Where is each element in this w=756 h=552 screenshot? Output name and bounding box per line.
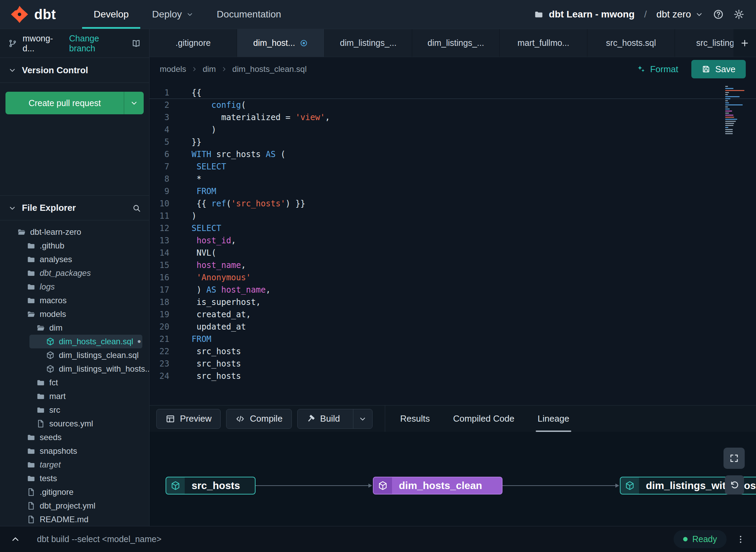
- tree-item-analyses[interactable]: analyses: [0, 253, 149, 266]
- code-text: SELECT: [180, 222, 221, 234]
- editor-tab-dim-listings[interactable]: dim_listings_...: [325, 29, 412, 57]
- nav-item-documentation[interactable]: Documentation: [205, 0, 293, 29]
- panel-tab-lineage[interactable]: Lineage: [526, 406, 581, 432]
- code-line[interactable]: 3 materialized = 'view',: [149, 111, 756, 124]
- code-line[interactable]: 4 ): [149, 124, 756, 136]
- code-line[interactable]: 11): [149, 210, 756, 222]
- tree-item-dbt-learn-zero[interactable]: dbt-learn-zero: [0, 225, 149, 239]
- tree-item-dim-listings-clean-sql[interactable]: dim_listings_clean.sql: [0, 348, 149, 362]
- editor-tab-gitignore[interactable]: .gitignore: [149, 29, 237, 57]
- fullscreen-button[interactable]: [724, 448, 745, 469]
- tree-item-sources-yml[interactable]: sources.yml: [0, 417, 149, 431]
- compile-button[interactable]: Compile: [226, 409, 291, 429]
- editor-tab-src-hosts-sql[interactable]: src_hosts.sql: [587, 29, 675, 57]
- docs-book-icon[interactable]: [131, 39, 141, 48]
- new-tab-button[interactable]: [733, 29, 756, 57]
- lineage-node-src-hosts[interactable]: src_hosts: [166, 477, 256, 495]
- code-line[interactable]: 7 SELECT: [149, 161, 756, 173]
- format-button[interactable]: Format: [636, 64, 678, 75]
- code-line[interactable]: 10 {{ ref('src_hosts') }}: [149, 197, 756, 210]
- tree-item-dbt-project-yml[interactable]: dbt_project.yml: [0, 499, 149, 513]
- panel-tab-results[interactable]: Results: [389, 406, 442, 432]
- editor-tab-dim-listings[interactable]: dim_listings_...: [412, 29, 500, 57]
- build-button[interactable]: Build: [297, 409, 373, 429]
- code-line[interactable]: 23 src_hosts: [149, 358, 756, 370]
- help-icon[interactable]: [713, 9, 724, 20]
- tree-item-fct[interactable]: fct: [0, 376, 149, 389]
- tree-item-dbt-packages[interactable]: dbt_packages: [0, 266, 149, 280]
- code-line[interactable]: 18 is_superhost,: [149, 296, 756, 308]
- code-line[interactable]: 1{{: [149, 87, 756, 99]
- preview-button[interactable]: Preview: [156, 409, 221, 429]
- cli-command[interactable]: dbt build --select <model_name>: [37, 534, 161, 544]
- tree-item-macros[interactable]: macros: [0, 294, 149, 307]
- nav-item-deploy[interactable]: Deploy: [140, 0, 205, 29]
- file-explorer-title: File Explorer: [22, 203, 76, 213]
- panel-tab-compiled-code[interactable]: Compiled Code: [441, 406, 526, 432]
- build-main-button[interactable]: Build: [298, 409, 348, 428]
- breadcrumb-segment[interactable]: dim: [203, 64, 216, 74]
- code-line[interactable]: 21FROM: [149, 333, 756, 345]
- brand[interactable]: dbt: [0, 5, 68, 24]
- code-line[interactable]: 2 config(: [149, 99, 756, 111]
- code-editor[interactable]: 1{{2 config(3 materialized = 'view',4 )5…: [149, 81, 756, 405]
- nav-menu: DevelopDeployDocumentation: [82, 0, 293, 29]
- code-line[interactable]: 8 *: [149, 173, 756, 185]
- environment-selector[interactable]: dbt zero: [656, 9, 703, 20]
- nav-item-develop[interactable]: Develop: [82, 0, 141, 29]
- code-line[interactable]: 6WITH src_hosts AS (: [149, 148, 756, 161]
- tree-item-dim[interactable]: dim: [0, 321, 149, 335]
- tree-item-gitignore[interactable]: .gitignore: [0, 485, 149, 499]
- code-line[interactable]: 19 created_at,: [149, 308, 756, 321]
- tree-item-readme-md[interactable]: README.md: [0, 513, 149, 526]
- breadcrumb: modelsdimdim_hosts_clean.sql: [160, 64, 307, 74]
- code-line[interactable]: 14 NVL(: [149, 247, 756, 259]
- reset-view-button[interactable]: [725, 475, 744, 495]
- tree-item-dim-hosts-clean-sql[interactable]: dim_hosts_clean.sql•: [29, 335, 142, 348]
- kebab-menu-icon[interactable]: [735, 534, 746, 544]
- chevron-up-icon[interactable]: [10, 534, 21, 544]
- breadcrumb-segment[interactable]: models: [160, 64, 186, 74]
- code-line[interactable]: 9 FROM: [149, 185, 756, 197]
- code-line[interactable]: 12SELECT: [149, 222, 756, 234]
- code-line[interactable]: 22 src_hosts: [149, 345, 756, 358]
- editor-tabbar: .gitignoredim_host...dim_listings_...dim…: [149, 29, 756, 57]
- tree-item-target[interactable]: target: [0, 458, 149, 472]
- create-pull-request-caret-button[interactable]: [124, 92, 144, 114]
- editor-tab-dim-host[interactable]: dim_host...: [237, 29, 325, 57]
- file-explorer-header[interactable]: File Explorer: [0, 195, 149, 220]
- tree-item-mart[interactable]: mart: [0, 389, 149, 403]
- code-line[interactable]: 16 'Anonymous': [149, 271, 756, 284]
- tree-item-models[interactable]: models: [0, 307, 149, 321]
- version-control-header[interactable]: Version Control: [0, 58, 149, 83]
- project-selector[interactable]: dbt Learn - mwong: [534, 9, 635, 20]
- code-line[interactable]: 20 updated_at: [149, 321, 756, 333]
- create-pull-request-button[interactable]: Create pull request: [5, 92, 144, 114]
- code-line[interactable]: 13 host_id,: [149, 234, 756, 247]
- code-line[interactable]: 5}}: [149, 136, 756, 148]
- save-button[interactable]: Save: [691, 60, 746, 78]
- code-line[interactable]: 17 ) AS host_name,: [149, 284, 756, 296]
- breadcrumb-segment[interactable]: dim_hosts_clean.sql: [232, 64, 307, 74]
- tree-item-dim-listings-with-hosts[interactable]: dim_listings_with_hosts...: [0, 362, 149, 376]
- lineage-node-dim-hosts-clean[interactable]: dim_hosts_clean: [373, 477, 503, 495]
- editor-tab-mart-fullmo[interactable]: mart_fullmo...: [500, 29, 587, 57]
- change-branch-link[interactable]: Change branch: [69, 34, 126, 53]
- code-line[interactable]: 24 src_hosts: [149, 370, 756, 382]
- create-pull-request-label[interactable]: Create pull request: [5, 92, 124, 114]
- code-line[interactable]: 15 host_name,: [149, 259, 756, 271]
- settings-gear-icon[interactable]: [733, 9, 744, 20]
- tree-item-seeds[interactable]: seeds: [0, 431, 149, 444]
- minimap[interactable]: [725, 86, 747, 134]
- tree-item-github[interactable]: .github: [0, 239, 149, 253]
- tree-item-snapshots[interactable]: snapshots: [0, 444, 149, 458]
- main-area: .gitignoredim_host...dim_listings_...dim…: [149, 29, 756, 526]
- save-label: Save: [715, 64, 735, 75]
- tree-item-logs[interactable]: logs: [0, 280, 149, 294]
- tree-item-label: .gitignore: [40, 487, 74, 497]
- lineage-canvas[interactable]: src_hostsdim_hosts_cleandim_listings_wit…: [149, 432, 756, 526]
- build-caret-button[interactable]: [353, 409, 372, 428]
- tree-item-src[interactable]: src: [0, 403, 149, 417]
- tree-item-tests[interactable]: tests: [0, 472, 149, 485]
- search-icon[interactable]: [132, 204, 141, 213]
